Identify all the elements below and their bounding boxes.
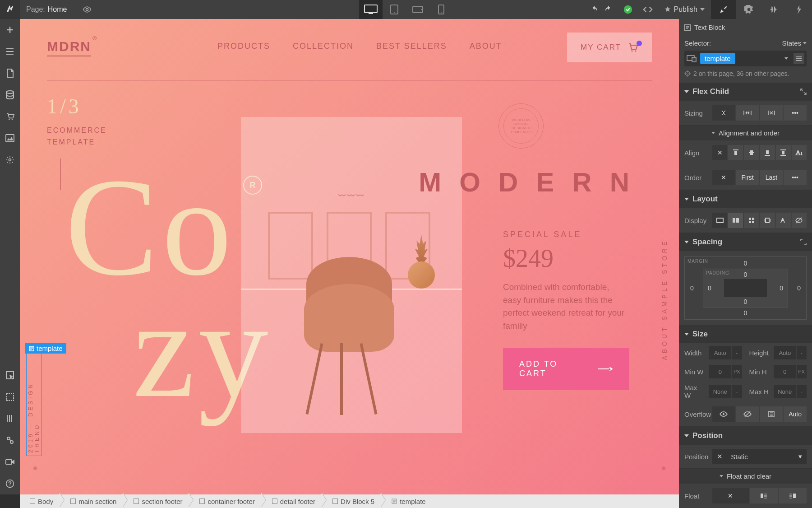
display-grid-icon[interactable] xyxy=(744,213,759,228)
class-tag[interactable]: template xyxy=(700,53,735,64)
float-none-icon[interactable]: ✕ xyxy=(712,488,749,503)
float-left-icon[interactable] xyxy=(750,488,778,503)
cms-icon[interactable] xyxy=(0,84,20,106)
crumb-container-footer[interactable]: container footer xyxy=(189,494,262,508)
maxh-input[interactable]: None xyxy=(774,385,796,398)
maxw-input[interactable]: None xyxy=(709,385,731,398)
overflow-auto-button[interactable]: Auto xyxy=(784,406,807,422)
webflow-logo-icon[interactable] xyxy=(0,0,20,19)
design-canvas[interactable]: MDRN® PRODUCTS COLLECTION BEST SELLERS A… xyxy=(20,19,679,494)
brand-logo[interactable]: MDRN® xyxy=(47,39,91,56)
display-flex-icon[interactable] xyxy=(728,213,743,228)
sizing-shrink-icon[interactable] xyxy=(712,105,735,121)
selection-badge[interactable]: template xyxy=(25,343,66,354)
pager-dots-right[interactable] xyxy=(662,466,665,470)
redo-icon[interactable] xyxy=(598,0,618,19)
height-input[interactable]: Auto xyxy=(774,346,796,359)
minw-input[interactable]: 0 xyxy=(709,365,731,378)
preview-eye-icon[interactable] xyxy=(77,0,97,19)
section-spacing[interactable]: Spacing xyxy=(679,233,812,251)
align-start-icon[interactable] xyxy=(728,145,743,160)
selector-input[interactable]: template xyxy=(684,51,807,66)
padding-right-input[interactable]: 0 xyxy=(780,284,783,292)
float-clear-toggle[interactable]: Float and clear xyxy=(679,469,812,484)
padding-top-input[interactable]: 0 xyxy=(744,271,747,278)
help-icon[interactable] xyxy=(0,473,20,494)
ecommerce-icon[interactable] xyxy=(0,106,20,127)
display-inline-icon[interactable] xyxy=(776,213,791,228)
element-panel-tab-icon[interactable] xyxy=(787,0,812,19)
xray-icon[interactable] xyxy=(0,386,20,408)
align-reset-icon[interactable]: ✕ xyxy=(712,145,727,160)
margin-top-input[interactable]: 0 xyxy=(744,260,747,267)
page-name[interactable]: Home xyxy=(48,5,67,14)
crumb-div-block[interactable]: Div Block 5 xyxy=(323,494,382,508)
sizing-more-icon[interactable]: ••• xyxy=(784,105,807,121)
display-block-icon[interactable] xyxy=(712,213,727,228)
crumb-main-section[interactable]: main section xyxy=(60,494,124,508)
pager-dots-left[interactable] xyxy=(33,466,37,470)
add-to-cart-button[interactable]: ADD TO CART xyxy=(503,348,629,390)
nav-about[interactable]: ABOUT xyxy=(470,42,502,53)
order-more-icon[interactable]: ••• xyxy=(784,170,807,185)
overflow-visible-icon[interactable] xyxy=(712,406,735,422)
section-size[interactable]: Size xyxy=(679,325,812,343)
add-element-icon[interactable] xyxy=(0,19,20,41)
section-flex-child[interactable]: Flex Child xyxy=(679,83,812,101)
crumb-body[interactable]: Body xyxy=(20,494,60,508)
order-reset-icon[interactable]: ✕ xyxy=(712,170,735,185)
align-end-icon[interactable] xyxy=(760,145,775,160)
section-layout[interactable]: Layout xyxy=(679,190,812,208)
code-export-icon[interactable] xyxy=(638,0,658,19)
crumb-section-footer[interactable]: section footer xyxy=(124,494,189,508)
order-last-button[interactable]: Last xyxy=(760,170,783,185)
spacing-editor[interactable]: MARGIN 0 0 0 0 PADDING 0 0 0 0 xyxy=(684,256,807,320)
sizing-none-icon[interactable] xyxy=(760,105,783,121)
display-none-icon[interactable] xyxy=(792,213,807,228)
order-first-button[interactable]: First xyxy=(736,170,759,185)
margin-bottom-input[interactable]: 0 xyxy=(744,309,747,317)
alignment-order-toggle[interactable]: Alignment and order xyxy=(679,126,812,140)
settings-icon[interactable] xyxy=(0,149,20,171)
align-baseline-icon[interactable] xyxy=(792,145,807,160)
nav-products[interactable]: PRODUCTS xyxy=(217,42,270,53)
settings-panel-tab-icon[interactable] xyxy=(736,0,761,19)
grid-icon[interactable] xyxy=(0,408,20,429)
overflow-hidden-icon[interactable] xyxy=(736,406,759,422)
margin-right-input[interactable]: 0 xyxy=(797,284,801,292)
indicator-icon[interactable] xyxy=(794,53,804,64)
expand-icon[interactable] xyxy=(800,89,807,95)
publish-button[interactable]: Publish xyxy=(658,5,711,14)
device-desktop-icon[interactable] xyxy=(359,0,383,19)
pages-icon[interactable] xyxy=(0,62,20,84)
align-center-icon[interactable] xyxy=(744,145,759,160)
chevron-down-icon[interactable] xyxy=(784,57,788,60)
float-right-icon[interactable] xyxy=(779,488,807,503)
crumb-template[interactable]: template xyxy=(382,494,433,508)
margin-left-input[interactable]: 0 xyxy=(690,284,694,292)
position-select[interactable]: ✕ Static▾ xyxy=(712,449,807,464)
canvas-select-icon[interactable] xyxy=(0,364,20,386)
device-tablet-icon[interactable] xyxy=(383,0,406,19)
width-input[interactable]: Auto xyxy=(709,346,731,359)
crumb-detail-footer[interactable]: detail footer xyxy=(262,494,323,508)
padding-bottom-input[interactable]: 0 xyxy=(744,298,747,305)
status-check-icon[interactable] xyxy=(618,0,638,19)
nav-collection[interactable]: COLLECTION xyxy=(293,42,354,53)
sizing-grow-icon[interactable] xyxy=(736,105,759,121)
interactions-panel-tab-icon[interactable] xyxy=(761,0,787,19)
device-landscape-icon[interactable] xyxy=(406,0,429,19)
style-panel-tab-icon[interactable] xyxy=(711,0,736,19)
padding-left-input[interactable]: 0 xyxy=(708,284,711,292)
audit-icon[interactable] xyxy=(0,429,20,451)
assets-icon[interactable] xyxy=(0,127,20,149)
expand-icon[interactable] xyxy=(800,239,807,245)
section-position[interactable]: Position xyxy=(679,427,812,445)
cart-button[interactable]: MY CART xyxy=(567,33,652,62)
overflow-scroll-icon[interactable] xyxy=(760,406,783,422)
navigator-icon[interactable] xyxy=(0,41,20,62)
states-dropdown[interactable]: States xyxy=(782,39,801,47)
nav-bestsellers[interactable]: BEST SELLERS xyxy=(376,42,447,53)
video-icon[interactable] xyxy=(0,451,20,473)
align-stretch-icon[interactable] xyxy=(776,145,791,160)
